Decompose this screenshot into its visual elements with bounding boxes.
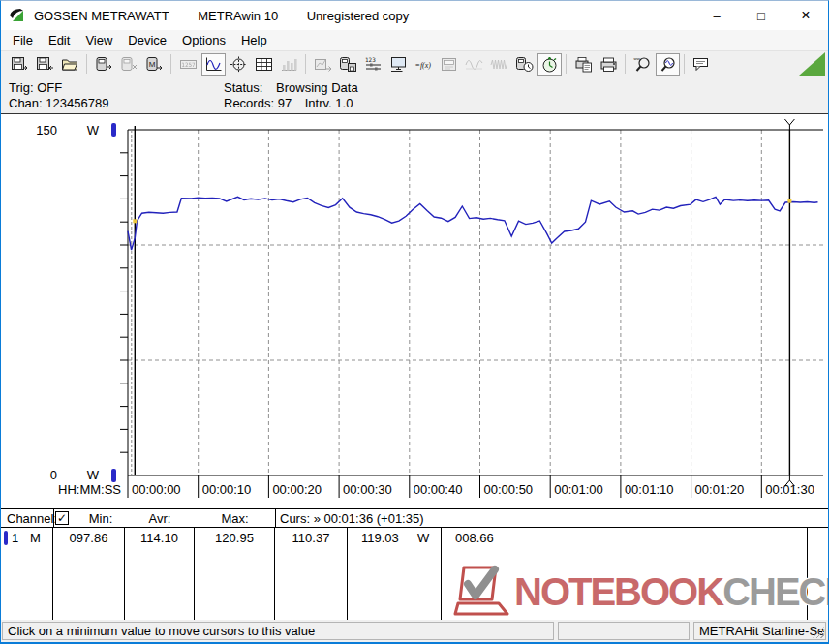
x-tick-label: 00:00:30 [343, 482, 392, 497]
device-panel-button [437, 53, 461, 76]
x-tick-label: 00:00:00 [132, 482, 181, 497]
menu-item-edit[interactable]: Edit [41, 31, 77, 49]
cursor1-value-cell: 110.37 [275, 528, 348, 621]
channel1-power-trace [128, 197, 818, 250]
read-device-button[interactable] [92, 53, 116, 76]
y-unit-top: W [87, 123, 100, 138]
menu-item-view[interactable]: View [77, 31, 120, 49]
x-tick-label: 00:01:10 [625, 482, 674, 497]
timer-icon [540, 56, 559, 73]
view-histogram-button [277, 53, 301, 76]
watermark-text-primary: NOTEBOOK [514, 564, 722, 620]
avr-value-cell[interactable]: 114.10 [125, 528, 195, 621]
min-column-header: Min: [77, 511, 125, 526]
menu-item-device[interactable]: Device [120, 31, 174, 49]
cursor2-value: 119.03 [361, 531, 399, 545]
annotation-icon [692, 56, 711, 73]
channel-scale-marker-bottom [111, 469, 116, 482]
noise-wave-button [487, 53, 511, 76]
title-app-name: METRAwin 10 [198, 9, 278, 23]
noise-wave-icon [490, 56, 508, 73]
interval-value: 1.0 [335, 96, 353, 110]
status-label: Status: [224, 80, 262, 96]
zoom-horizontal-button[interactable] [630, 53, 655, 76]
trig-value: OFF [37, 80, 62, 95]
interval-label: Intrv. [305, 96, 332, 110]
maximize-button[interactable]: □ [739, 1, 783, 30]
view-numeric-icon [179, 56, 198, 73]
min-value[interactable]: 097.86 [53, 531, 124, 545]
pc-connection-button[interactable] [386, 53, 411, 76]
view-numeric-button [176, 53, 200, 76]
stop-read-icon [120, 56, 138, 73]
channel-cell: 1 M [1, 528, 53, 621]
open-button[interactable] [58, 53, 82, 76]
channel-number: 1 [12, 531, 18, 545]
max-value[interactable]: 120.95 [195, 531, 274, 545]
formula-button[interactable] [412, 53, 436, 76]
cursor-readout-header: Curs: » 00:01:36 (+01:35) [280, 511, 424, 526]
x-tick-label: 00:01:30 [765, 482, 814, 497]
annotation-button[interactable] [690, 53, 714, 76]
power-trend-chart[interactable]: 150W0WHH:MM:SS00:00:0000:00:1000:00:2000… [1, 114, 828, 509]
pc-connection-icon [389, 56, 408, 73]
close-button[interactable]: × [783, 1, 828, 30]
device-panel-icon [440, 56, 458, 73]
menu-item-file[interactable]: File [5, 31, 41, 49]
channel-scale-marker-top [111, 123, 116, 137]
status-middle-pane [558, 622, 690, 640]
menu-item-help[interactable]: Help [233, 31, 275, 49]
print-icon [599, 56, 618, 73]
metrawin-window: GOSSEN METRAWATT METRAwin 10 Unregistere… [0, 0, 829, 644]
view-cursor-icon [230, 56, 248, 73]
max-column-header: Max: [195, 511, 275, 526]
view-histogram-icon [280, 56, 298, 73]
view-table-button[interactable] [252, 53, 276, 76]
save-button[interactable] [8, 53, 32, 76]
cursor2-value-cell: 119.03 W [348, 528, 442, 621]
timer-button[interactable] [537, 53, 562, 76]
zoom-curve-icon [659, 56, 677, 73]
stop-read-button [117, 53, 141, 76]
avr-value[interactable]: 114.10 [125, 531, 194, 545]
zoom-horizontal-icon [633, 56, 652, 73]
x-tick-label: 00:00:10 [202, 482, 252, 497]
print-preview-button[interactable] [571, 53, 596, 76]
unit-label: W [417, 531, 429, 545]
notebookcheck-watermark: NOTEBOOK CHECK [452, 564, 829, 620]
chart-panel[interactable]: 150W0WHH:MM:SS00:00:0000:00:1000:00:2000… [1, 113, 828, 508]
minimize-button[interactable]: – [694, 1, 739, 30]
notebookcheck-laptop-icon [452, 564, 514, 620]
x-tick-label: 00:00:50 [484, 482, 534, 497]
view-chart-button[interactable] [201, 53, 226, 76]
chan-value: 123456789 [46, 96, 108, 110]
channel-visible-checkbox[interactable]: ✓ [55, 511, 69, 525]
formula-icon [414, 56, 433, 73]
store-to-device-button[interactable] [336, 53, 360, 76]
measurement-table-header: Channel: ✓ Min: Avr: Max: Curs: » 00:01:… [1, 509, 828, 528]
records-value: 97 [278, 96, 292, 110]
channel-setup-icon [364, 56, 383, 73]
menu-item-options[interactable]: Options [174, 31, 233, 49]
toolbar-separator [86, 54, 87, 74]
zoom-curve-button[interactable] [656, 53, 680, 76]
x-axis-label: HH:MM:SS [58, 482, 121, 497]
save-as-button[interactable] [33, 53, 57, 76]
view-cursor-button[interactable] [227, 53, 251, 76]
x-tick-label: 00:00:40 [414, 482, 463, 497]
view-table-icon [255, 56, 273, 73]
device-time-button[interactable] [512, 53, 537, 76]
max-value-cell[interactable]: 120.95 [195, 528, 275, 621]
cursor2-top-marker[interactable] [784, 119, 794, 130]
read-memory-icon [145, 56, 164, 73]
y-unit-bottom: W [87, 468, 100, 482]
toolbar-separator [625, 54, 626, 74]
print-button[interactable] [597, 53, 621, 76]
status-value: Browsing Data [276, 80, 358, 95]
cursor2-intersection-dot [787, 199, 791, 203]
min-value-cell[interactable]: 097.86 [53, 528, 125, 621]
channel-setup-button[interactable] [361, 53, 385, 76]
read-memory-button[interactable] [142, 53, 167, 76]
title-license: Unregistered copy [307, 9, 410, 23]
status-bar: Click on a minimum value to move cursors… [1, 620, 828, 642]
